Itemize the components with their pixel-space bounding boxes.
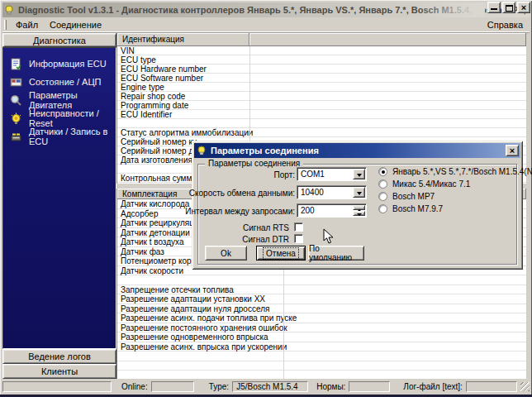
minimize-button[interactable] bbox=[487, 2, 501, 13]
radio-label: Микас 5.4/Микас 7.1 bbox=[392, 179, 470, 189]
row-label: Repair shop code bbox=[117, 92, 526, 101]
table-row[interactable] bbox=[117, 119, 526, 128]
table-row[interactable]: ECU Software number bbox=[117, 74, 526, 83]
sidebar-button-clients[interactable]: Клиенты bbox=[2, 364, 116, 379]
row-label: ECU Identifier bbox=[117, 110, 526, 119]
row-label: Запрещение отсечки топлива bbox=[117, 285, 526, 294]
dtr-checkbox[interactable] bbox=[294, 234, 303, 243]
chevron-down-icon[interactable] bbox=[353, 169, 365, 179]
port-value: COM1 bbox=[297, 170, 353, 179]
close-button[interactable]: × bbox=[517, 2, 530, 13]
table-row[interactable]: Repair shop code bbox=[117, 92, 526, 101]
spin-down-icon[interactable] bbox=[353, 211, 365, 216]
table-row[interactable]: Engine type bbox=[117, 83, 526, 92]
type-value: J5/Bosch M1.5.4 bbox=[232, 381, 308, 392]
sidebar-item-engine-params[interactable]: Параметры Двигателя bbox=[3, 91, 116, 109]
row-label: Разрешение адаптации установки ХХ bbox=[117, 294, 526, 304]
sidebar-item-label: Датчики / Запись в ECU bbox=[29, 127, 116, 146]
application-window: Diagnostic Tool v1.3.1 - Диагностика кон… bbox=[0, 0, 532, 397]
column-header-value[interactable] bbox=[249, 33, 526, 46]
port-combobox[interactable]: COM1 bbox=[297, 167, 367, 181]
table-row[interactable]: ECU Identifier bbox=[117, 110, 526, 119]
engine-params-icon bbox=[10, 94, 22, 107]
table-row[interactable] bbox=[117, 352, 526, 361]
menu-connection[interactable]: Соединение bbox=[44, 19, 107, 31]
table-row[interactable]: ECU Hardware number bbox=[117, 65, 526, 74]
baudrate-combobox[interactable]: 10400 bbox=[297, 185, 367, 199]
table-row[interactable]: VIN bbox=[117, 46, 526, 55]
rts-checkbox[interactable] bbox=[294, 222, 303, 232]
row-label: ECU type bbox=[117, 55, 526, 65]
connection-params-dialog: Параметры соединения × Параметры соедине… bbox=[192, 141, 523, 270]
chevron-down-icon[interactable] bbox=[353, 187, 365, 198]
sidebar-item-ecu-info[interactable]: Информация ECU bbox=[3, 55, 116, 73]
spin-up-icon[interactable] bbox=[353, 205, 365, 210]
row-label: Engine type bbox=[117, 83, 526, 92]
row-label: Статус алгоритма иммобилизации bbox=[117, 128, 526, 137]
table-row[interactable]: ECU type bbox=[117, 55, 526, 65]
cancel-button-label: Отмена bbox=[264, 249, 297, 258]
table-row[interactable]: Статус алгоритма иммобилизации bbox=[117, 128, 526, 137]
dialog-titlebar[interactable]: Параметры соединения × bbox=[194, 143, 520, 158]
table-row[interactable]: Разрешение адаптации нуля дросселя bbox=[117, 304, 526, 314]
status-adc-icon bbox=[10, 76, 22, 88]
close-icon: × bbox=[510, 146, 515, 155]
radio-icon bbox=[378, 179, 387, 189]
window-titlebar[interactable]: Diagnostic Tool v1.3.1 - Диагностика кон… bbox=[2, 2, 530, 17]
menu-grip[interactable] bbox=[4, 20, 7, 30]
baudrate-label: Скорость обмена данными: bbox=[182, 189, 295, 198]
table-row[interactable] bbox=[117, 275, 526, 285]
row-label: ECU Software number bbox=[117, 74, 526, 83]
table-row[interactable]: Разрешение асинх. впрыска при ускорении bbox=[117, 342, 526, 352]
table-row[interactable] bbox=[117, 371, 526, 379]
ok-button[interactable]: Ok bbox=[205, 246, 247, 261]
radio-january-bosch[interactable]: Январь 5.*,VS 5.*,7.*/Bosch M1.5.4(N) bbox=[378, 166, 532, 177]
maximize-button[interactable] bbox=[502, 2, 515, 13]
menu-help[interactable]: Справка bbox=[481, 19, 530, 31]
status-panel-left bbox=[2, 381, 112, 392]
column-header-identification[interactable]: Идентификация bbox=[117, 33, 249, 46]
row-label: Разрешение постоянного хранения ошибок bbox=[117, 323, 526, 332]
default-button[interactable]: По умолчанию bbox=[308, 246, 364, 261]
radio-bosch-m797[interactable]: Bosch M7.9.7 bbox=[378, 203, 443, 214]
logfile-value bbox=[466, 381, 517, 392]
sidebar-item-label: Состояние / АЦП bbox=[29, 77, 101, 87]
menubar: Файл Соединение Справка bbox=[2, 18, 530, 32]
row-label: Разрешение асинх. подачи топлива при пус… bbox=[117, 313, 526, 323]
radio-icon bbox=[378, 167, 387, 176]
cancel-button[interactable]: Отмена bbox=[256, 246, 306, 261]
resize-grip[interactable] bbox=[520, 382, 530, 391]
radio-mikas[interactable]: Микас 5.4/Микас 7.1 bbox=[378, 179, 470, 189]
table-row[interactable]: Разрешение адаптации установки ХХ bbox=[117, 294, 526, 304]
table-row[interactable]: Разрешение асинх. подачи топлива при пус… bbox=[117, 313, 526, 323]
dialog-title: Параметры соединения bbox=[207, 146, 319, 155]
menu-file[interactable]: Файл bbox=[10, 19, 44, 31]
radio-icon bbox=[378, 204, 387, 213]
row-label: Programming date bbox=[117, 101, 526, 110]
sidebar-item-sensors-write[interactable]: Датчики / Запись в ECU bbox=[3, 127, 116, 146]
row-label: VIN bbox=[117, 46, 526, 55]
identification-list-header: Идентификация bbox=[117, 33, 526, 46]
sidebar-item-status-adc[interactable]: Состояние / АЦП bbox=[3, 73, 116, 91]
row-label: Разрешение асинх. впрыска при ускорении bbox=[117, 342, 526, 352]
interval-spinner[interactable]: 200 bbox=[297, 203, 367, 218]
sidebar-nav: Информация ECU Состояние / АЦП Параметры… bbox=[2, 47, 116, 349]
table-row[interactable]: Разрешение постоянного хранения ошибок bbox=[117, 323, 526, 333]
sidebar-button-logging[interactable]: Ведение логов bbox=[2, 349, 116, 364]
interval-label: Интервал между запросами: bbox=[182, 207, 295, 216]
type-label: Type: bbox=[206, 382, 232, 391]
row-label: Разрешение адаптации нуля дросселя bbox=[117, 304, 526, 313]
baudrate-value: 10400 bbox=[297, 188, 353, 197]
dialog-close-button[interactable]: × bbox=[506, 145, 519, 156]
table-row[interactable]: Programming date bbox=[117, 101, 526, 110]
norms-label: Нормы: bbox=[313, 382, 349, 391]
sidebar-item-label: Параметры Двигателя bbox=[29, 90, 116, 110]
table-row[interactable]: Запрещение отсечки топлива bbox=[117, 285, 526, 295]
radio-bosch-mp7[interactable]: Bosch MP7 bbox=[378, 191, 435, 202]
sidebar-item-faults-reset[interactable]: Неисправности / Reset bbox=[3, 109, 116, 127]
table-row[interactable]: Разрешение одновременного впрыска bbox=[117, 332, 526, 342]
table-row[interactable] bbox=[117, 361, 526, 371]
radio-label: Bosch M7.9.7 bbox=[392, 204, 443, 213]
radio-icon bbox=[378, 192, 387, 201]
sidebar-header-diagnostics[interactable]: Диагностика bbox=[2, 33, 116, 47]
